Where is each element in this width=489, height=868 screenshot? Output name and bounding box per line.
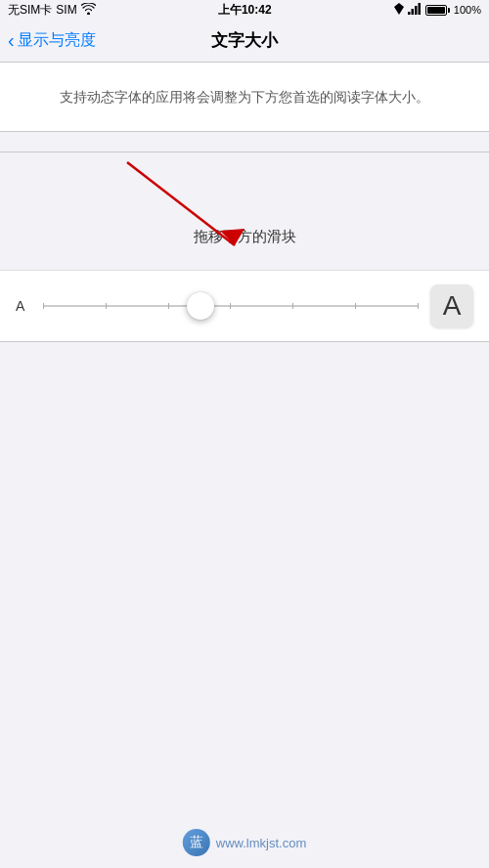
battery-icon: [425, 5, 450, 16]
slider-thumb[interactable]: [187, 292, 214, 320]
tick-1: [43, 303, 44, 309]
tick-5: [292, 303, 293, 309]
back-chevron-icon: ‹: [8, 30, 15, 50]
tick-4: [230, 303, 231, 309]
instruction-area: 拖移下方的滑块: [0, 152, 489, 270]
watermark-logo: 蓝: [183, 829, 210, 856]
location-icon: [394, 3, 404, 17]
slider-ticks: [43, 303, 419, 309]
back-button[interactable]: ‹ 显示与亮度: [8, 30, 96, 51]
carrier-text: 无SIM卡: [8, 2, 52, 19]
content-area: 支持动态字体的应用将会调整为下方您首选的阅读字体大小。 拖移下方的滑块 A: [0, 63, 489, 342]
battery-percent: 100%: [454, 4, 481, 16]
sim-icon: SIM: [56, 3, 76, 17]
slider-section: 拖移下方的滑块 A: [0, 152, 489, 342]
back-label: 显示与亮度: [18, 30, 96, 51]
tick-6: [355, 303, 356, 309]
status-time: 上午10:42: [218, 2, 272, 19]
signal-icon: [408, 3, 422, 17]
status-bar: 无SIM卡 SIM 上午10:42: [0, 0, 489, 20]
status-right: 100%: [394, 3, 481, 17]
tick-7: [418, 303, 419, 309]
slider-small-a-label: A: [16, 298, 31, 314]
status-left: 无SIM卡 SIM: [8, 2, 96, 19]
page-title: 文字大小: [211, 29, 278, 52]
slider-large-a-container: A: [430, 284, 473, 327]
slider-large-a-label: A: [443, 290, 462, 322]
svg-rect-3: [418, 3, 421, 15]
slider-track: [43, 305, 419, 307]
wifi-icon: [81, 3, 96, 18]
nav-bar: ‹ 显示与亮度 文字大小: [0, 20, 489, 63]
slider-track-container[interactable]: [43, 291, 419, 321]
instruction-text: 拖移下方的滑块: [194, 228, 296, 246]
description-text: 支持动态字体的应用将会调整为下方您首选的阅读字体大小。: [31, 86, 458, 108]
annotation-arrow: [0, 152, 489, 270]
description-card: 支持动态字体的应用将会调整为下方您首选的阅读字体大小。: [0, 63, 489, 132]
svg-rect-0: [408, 12, 411, 15]
tick-2: [106, 303, 107, 309]
tick-3: [168, 303, 169, 309]
watermark: 蓝 www.lmkjst.com: [183, 829, 306, 856]
svg-rect-2: [415, 6, 418, 15]
svg-rect-1: [411, 9, 414, 15]
slider-row[interactable]: A A: [0, 270, 489, 341]
watermark-text: www.lmkjst.com: [216, 836, 306, 850]
